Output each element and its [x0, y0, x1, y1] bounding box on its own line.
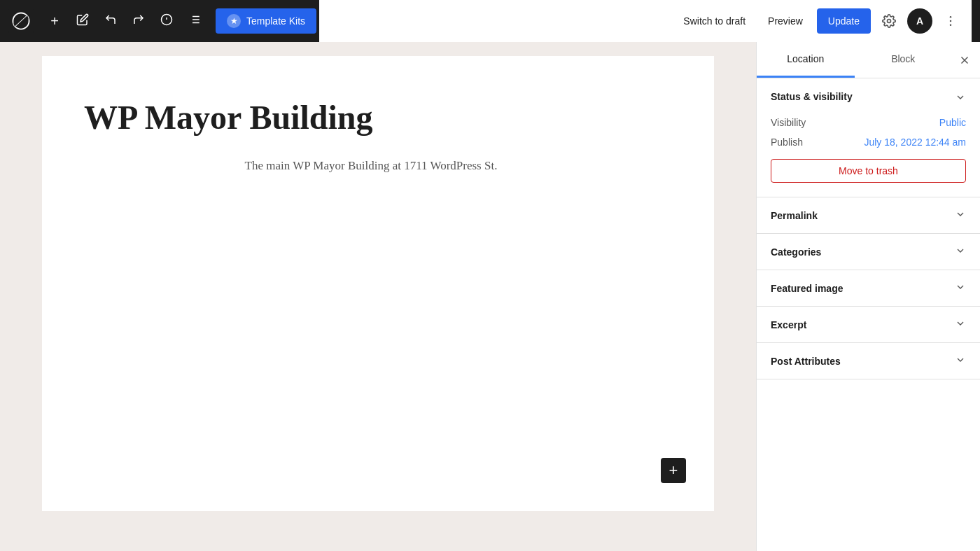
- permalink-chevron: [955, 209, 966, 222]
- permalink-section: Permalink: [757, 197, 980, 234]
- list-view-button[interactable]: [182, 8, 207, 34]
- list-icon: [188, 13, 201, 29]
- visibility-row: Visibility Public: [771, 117, 966, 128]
- edit-button[interactable]: [70, 8, 95, 34]
- astra-button[interactable]: A: [907, 8, 932, 34]
- excerpt-header[interactable]: Excerpt: [757, 307, 980, 342]
- info-icon: [160, 13, 173, 29]
- permalink-title: Permalink: [771, 210, 818, 221]
- publish-value[interactable]: July 18, 2022 12:44 am: [864, 137, 966, 148]
- post-attributes-chevron: [955, 354, 966, 368]
- permalink-header[interactable]: Permalink: [757, 197, 980, 233]
- status-visibility-chevron: [955, 90, 966, 103]
- featured-image-section: Featured image: [757, 270, 980, 307]
- template-kits-label: Template Kits: [246, 15, 305, 27]
- astra-icon: A: [916, 15, 923, 27]
- featured-image-header[interactable]: Featured image: [757, 270, 980, 306]
- toolbar: +: [0, 0, 980, 42]
- post-title[interactable]: WP Mayor Building: [84, 98, 658, 137]
- wp-logo[interactable]: [8, 8, 34, 34]
- move-to-trash-button[interactable]: Move to trash: [771, 159, 966, 183]
- sidebar-close-button[interactable]: [952, 48, 977, 73]
- add-block-toolbar-button[interactable]: +: [42, 8, 67, 34]
- status-visibility-title: Status & visibility: [771, 91, 853, 102]
- svg-point-11: [950, 20, 952, 22]
- featured-image-title: Featured image: [771, 283, 843, 294]
- visibility-label: Visibility: [771, 117, 806, 128]
- categories-title: Categories: [771, 246, 821, 258]
- post-attributes-header[interactable]: Post Attributes: [757, 343, 980, 379]
- categories-chevron: [955, 245, 966, 258]
- tab-location[interactable]: Location: [757, 42, 855, 78]
- post-excerpt[interactable]: The main WP Mayor Building at 1711 WordP…: [84, 159, 658, 173]
- switch-to-draft-button[interactable]: Switch to draft: [675, 8, 754, 34]
- svg-point-12: [950, 25, 952, 27]
- tab-block[interactable]: Block: [855, 42, 953, 78]
- redo-button[interactable]: [126, 8, 151, 34]
- status-visibility-header[interactable]: Status & visibility: [757, 78, 980, 114]
- template-kits-button[interactable]: ★ Template Kits: [216, 8, 316, 34]
- main-area: WP Mayor Building The main WP Mayor Buil…: [0, 42, 980, 551]
- visibility-value[interactable]: Public: [939, 117, 966, 128]
- add-block-canvas-button[interactable]: +: [661, 458, 686, 483]
- sidebar-tabs: Location Block: [757, 42, 980, 78]
- settings-button[interactable]: [876, 8, 902, 34]
- categories-header[interactable]: Categories: [757, 234, 980, 270]
- post-content: WP Mayor Building The main WP Mayor Buil…: [42, 56, 714, 511]
- svg-point-9: [888, 20, 891, 23]
- info-button[interactable]: [154, 8, 179, 34]
- post-attributes-section: Post Attributes: [757, 343, 980, 379]
- excerpt-chevron: [955, 318, 966, 331]
- status-visibility-section: Status & visibility Visibility Public Pu…: [757, 78, 980, 197]
- plus-icon: +: [50, 13, 59, 29]
- status-content: Visibility Public Publish July 18, 2022 …: [757, 114, 980, 197]
- plus-canvas-icon: +: [669, 463, 678, 478]
- template-kits-icon: ★: [227, 14, 241, 28]
- toolbar-left: +: [8, 8, 316, 34]
- excerpt-section: Excerpt: [757, 307, 980, 343]
- editor-canvas: WP Mayor Building The main WP Mayor Buil…: [0, 42, 756, 551]
- svg-point-10: [950, 16, 952, 18]
- pencil-icon: [76, 13, 89, 29]
- redo-icon: [132, 13, 145, 29]
- sidebar: Location Block Status & visibility: [756, 42, 980, 551]
- undo-button[interactable]: [98, 8, 123, 34]
- undo-icon: [104, 13, 117, 29]
- publish-label: Publish: [771, 137, 803, 148]
- preview-button[interactable]: Preview: [760, 8, 811, 34]
- categories-section: Categories: [757, 234, 980, 270]
- featured-image-chevron: [955, 281, 966, 295]
- post-attributes-title: Post Attributes: [771, 356, 841, 367]
- more-options-button[interactable]: [938, 8, 963, 34]
- excerpt-title: Excerpt: [771, 319, 806, 330]
- publish-row: Publish July 18, 2022 12:44 am: [771, 137, 966, 148]
- update-button[interactable]: Update: [817, 8, 871, 34]
